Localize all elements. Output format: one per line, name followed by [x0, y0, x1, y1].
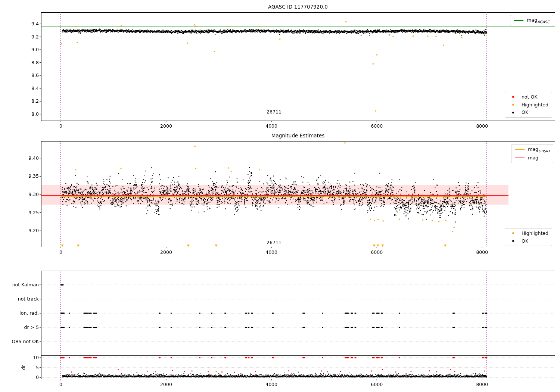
legend-label: magAGASC — [527, 17, 550, 24]
y-tick-label: 9.4 — [1, 21, 39, 27]
y-tick-label: 9.20 — [1, 228, 39, 233]
y-tick-label: 9.25 — [1, 210, 39, 215]
y-tick-label: 8.4 — [1, 85, 39, 91]
legend-row: Highlighted — [508, 102, 548, 108]
flag-row-label: dr > 5 — [1, 324, 39, 330]
legend-dot-marker-black — [508, 240, 518, 242]
figure: AGASC ID 117707920.0 Magnitude Estimates… — [0, 0, 560, 392]
y-tick-label: 9.30 — [1, 192, 39, 197]
x-tick-label: 8000 — [476, 123, 488, 129]
legend-label: magOBSID — [528, 146, 550, 153]
middle-plot-title: Magnitude Estimates — [41, 133, 555, 139]
legend-label: OK — [522, 238, 528, 244]
legend-line-marker-orange — [515, 149, 525, 150]
y-tick-label: 9.40 — [1, 155, 39, 161]
legend-label: not OK — [522, 94, 537, 100]
plot-canvas — [0, 0, 560, 392]
legend-row: magOBSID — [515, 146, 550, 153]
x-tick-label: 2000 — [160, 249, 172, 255]
top-obsid-label: 26711 — [263, 109, 285, 115]
legend-row: OK — [508, 109, 548, 115]
x-tick-label: 2000 — [160, 382, 172, 387]
legend-dot-marker-black — [508, 112, 518, 113]
y-tick-label: 8.8 — [1, 60, 39, 65]
legend-label: mag — [528, 155, 538, 161]
x-tick-label: 4000 — [265, 123, 277, 129]
legend-dot-marker-red — [508, 96, 518, 98]
x-tick-label: 4000 — [265, 382, 277, 387]
legend-line-marker-green — [514, 20, 523, 21]
dr-tick-label: 5 — [1, 365, 39, 370]
flag-row-label: not Kalman — [1, 282, 39, 287]
dr-tick-label: 10 — [1, 355, 39, 360]
legend-row: Highlighted — [508, 230, 548, 236]
y-tick-label: 9.0 — [1, 47, 39, 52]
top-marker-legend: not OKHighlightedOK — [505, 92, 552, 118]
legend-dot-marker-orange — [508, 232, 518, 234]
x-tick-label: 0 — [59, 123, 62, 129]
legend-dot-marker-orange — [508, 104, 518, 106]
y-tick-label: 8.0 — [1, 111, 39, 117]
legend-row: magAGASC — [514, 17, 550, 24]
x-tick-label: 6000 — [371, 123, 383, 129]
middle-obsid-label: 26711 — [263, 240, 285, 245]
legend-row: mag — [515, 155, 550, 161]
legend-row: OK — [508, 238, 548, 244]
x-tick-label: 8000 — [476, 382, 488, 387]
legend-row: not OK — [508, 94, 548, 100]
y-tick-label: 8.6 — [1, 72, 39, 78]
legend-label: Highlighted — [522, 230, 548, 236]
x-tick-label: 8000 — [476, 249, 488, 255]
legend-line-marker-red — [515, 158, 525, 158]
dr-tick-label: 0 — [1, 374, 39, 380]
x-tick-label: 6000 — [371, 249, 383, 255]
y-tick-label: 9.2 — [1, 34, 39, 40]
middle-line-legend: magOBSIDmag — [511, 144, 553, 163]
x-tick-label: 0 — [59, 249, 62, 255]
flag-row-label: OBS not OK — [1, 339, 39, 344]
legend-label: Highlighted — [522, 102, 548, 108]
legend-label: OK — [522, 109, 528, 115]
x-tick-label: 6000 — [371, 382, 383, 387]
flag-row-label: Ion. rad. — [1, 310, 39, 316]
middle-marker-legend: HighlightedOK — [505, 228, 552, 246]
y-tick-label: 9.35 — [1, 173, 39, 179]
flag-row-label: not track — [1, 296, 39, 302]
x-tick-label: 0 — [59, 382, 62, 387]
x-tick-label: 4000 — [265, 249, 277, 255]
top-line-legend: magAGASC — [510, 15, 553, 26]
y-tick-label: 8.2 — [1, 98, 39, 104]
top-plot-title: AGASC ID 117707920.0 — [41, 4, 555, 10]
x-tick-label: 2000 — [160, 123, 172, 129]
